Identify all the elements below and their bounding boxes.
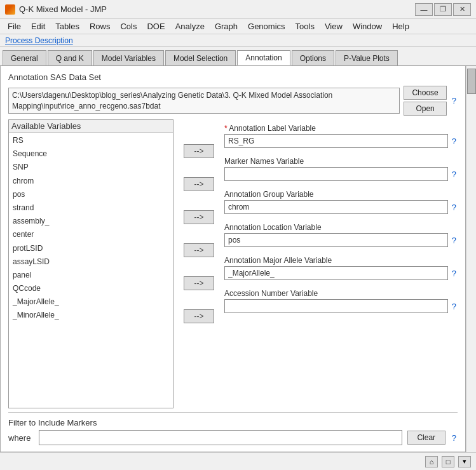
menu-item-file[interactable]: File	[3, 20, 26, 32]
filter-where-label: where	[8, 433, 34, 443]
right-var-input-0[interactable]	[224, 134, 448, 148]
scroll-thumb[interactable]	[467, 69, 476, 94]
file-path-row: C:\Users\dagenu\Desktop\blog_series\Anal…	[8, 86, 458, 116]
right-var-input-3[interactable]	[224, 233, 448, 247]
arrow-row-4: -->	[179, 234, 219, 267]
home-icon[interactable]: ⌂	[425, 456, 438, 467]
right-var-help-0[interactable]: ?	[451, 137, 458, 146]
menu-item-tools[interactable]: Tools	[290, 20, 320, 32]
filter-help[interactable]: ?	[451, 433, 458, 443]
tab-annotation[interactable]: Annotation	[237, 50, 290, 65]
tab-options[interactable]: Options	[292, 50, 334, 65]
right-var-input-5[interactable]	[224, 299, 448, 313]
right-scrollbar[interactable]	[466, 66, 476, 452]
var-item[interactable]: _MajorAllele_	[11, 295, 170, 309]
available-vars-header: Available Variables	[9, 120, 173, 133]
available-vars-list[interactable]: RSSequenceSNPchromposstrandassembly_cent…	[9, 133, 173, 408]
right-var-label-5: Accession Number Variable	[224, 289, 458, 298]
menu-item-doe[interactable]: DOE	[142, 20, 170, 32]
open-button[interactable]: Open	[404, 102, 446, 116]
menu-item-genomics[interactable]: Genomics	[243, 20, 290, 32]
var-item[interactable]: protLSID	[11, 242, 170, 255]
var-item[interactable]: Sequence	[11, 147, 170, 161]
menu-item-graph[interactable]: Graph	[210, 20, 243, 32]
tab-p-value-plots[interactable]: P-Value Plots	[336, 50, 398, 65]
breadcrumb[interactable]: Process Description	[5, 36, 73, 45]
menu-item-cols[interactable]: Cols	[115, 20, 142, 32]
window-icon[interactable]: □	[442, 456, 454, 467]
menu-item-tables[interactable]: Tables	[50, 20, 85, 32]
available-vars: Available Variables RSSequenceSNPchrompo…	[8, 119, 173, 408]
tab-q-and-k[interactable]: Q and K	[48, 50, 92, 65]
filter-section: Filter to Include Markers where Clear ?	[8, 412, 458, 445]
restore-button[interactable]: ❐	[434, 3, 452, 16]
right-var-input-4[interactable]	[224, 266, 448, 280]
arrow-btn-6[interactable]: -->	[184, 309, 214, 323]
menu-item-rows[interactable]: Rows	[85, 20, 116, 32]
app-icon	[5, 4, 15, 15]
var-item[interactable]: assembly_	[11, 215, 170, 228]
right-var-row-2: Annotation Group Variable?	[224, 185, 458, 218]
menu-item-analyze[interactable]: Analyze	[170, 20, 210, 32]
file-path-help[interactable]: ?	[451, 96, 458, 105]
right-var-label-1: Marker Names Variable	[224, 157, 458, 166]
var-item[interactable]: pos	[11, 188, 170, 201]
title-bar: Q-K Mixed Model - JMP — ❐ ✕	[0, 0, 476, 19]
menu-item-window[interactable]: Window	[348, 20, 387, 32]
right-var-input-1[interactable]	[224, 167, 448, 181]
var-item[interactable]: chrom	[11, 175, 170, 188]
right-var-row-4: Annotation Major Allele Variable?	[224, 252, 458, 285]
arrow-row-6: -->	[179, 300, 219, 333]
arrows-col: --> --> --> --> --> -->	[173, 119, 224, 408]
right-var-help-4[interactable]: ?	[451, 269, 458, 278]
var-item[interactable]: RS	[11, 134, 170, 147]
right-var-row-5: Accession Number Variable?	[224, 285, 458, 318]
tab-general[interactable]: General	[3, 50, 46, 65]
right-var-help-5[interactable]: ?	[451, 302, 458, 311]
variables-panel: Available Variables RSSequenceSNPchrompo…	[8, 119, 458, 408]
right-var-help-3[interactable]: ?	[451, 236, 458, 245]
menu-item-edit[interactable]: Edit	[26, 20, 50, 32]
var-item[interactable]: strand	[11, 201, 170, 215]
arrow-btn-3[interactable]: -->	[184, 210, 214, 224]
var-item[interactable]: QCcode	[11, 282, 170, 295]
tab-model-selection[interactable]: Model Selection	[165, 50, 236, 65]
inner-content: Annotation SAS Data Set C:\Users\dagenu\…	[0, 66, 466, 452]
var-item[interactable]: panel	[11, 269, 170, 282]
var-item[interactable]: _MinorAllele_	[11, 309, 170, 322]
main-scroll-area: Annotation SAS Data Set C:\Users\dagenu\…	[0, 66, 466, 452]
right-var-label-2: Annotation Group Variable	[224, 190, 458, 199]
right-var-label-0: * Annotation Label Variable	[224, 124, 458, 133]
file-path-buttons: Choose Open	[404, 86, 446, 116]
var-item[interactable]: center	[11, 228, 170, 241]
arrow-btn-4[interactable]: -->	[184, 243, 214, 257]
right-var-row-0: * Annotation Label Variable?	[224, 119, 458, 152]
clear-button[interactable]: Clear	[407, 431, 445, 445]
tab-model-variables[interactable]: Model Variables	[93, 50, 164, 65]
file-path-box: C:\Users\dagenu\Desktop\blog_series\Anal…	[8, 88, 400, 114]
menu-item-help[interactable]: Help	[387, 20, 414, 32]
minimize-button[interactable]: —	[415, 3, 433, 16]
drop-icon[interactable]: ▾	[458, 456, 471, 467]
right-var-help-1[interactable]: ?	[451, 170, 458, 179]
menu-bar: FileEditTablesRowsColsDOEAnalyzeGraphGen…	[0, 19, 476, 34]
choose-button[interactable]: Choose	[404, 86, 446, 100]
arrow-btn-2[interactable]: -->	[184, 177, 214, 191]
right-var-label-4: Annotation Major Allele Variable	[224, 256, 458, 265]
var-item[interactable]: SNP	[11, 161, 170, 174]
tabs-bar: GeneralQ and KModel VariablesModel Selec…	[0, 47, 476, 66]
menu-item-view[interactable]: View	[320, 20, 348, 32]
filter-row: where Clear ?	[8, 430, 458, 445]
right-vars-col: * Annotation Label Variable?Marker Names…	[224, 119, 458, 408]
right-var-help-2[interactable]: ?	[451, 203, 458, 212]
filter-input[interactable]	[39, 430, 402, 445]
var-item[interactable]: assayLSID	[11, 255, 170, 269]
right-var-row-3: Annotation Location Variable?	[224, 218, 458, 252]
arrow-btn-5[interactable]: -->	[184, 276, 214, 290]
right-var-input-2[interactable]	[224, 200, 448, 214]
title-bar-left: Q-K Mixed Model - JMP	[5, 4, 107, 15]
section-label: Annotation SAS Data Set	[8, 72, 458, 82]
arrow-btn-1[interactable]: -->	[184, 144, 214, 158]
close-button[interactable]: ✕	[453, 3, 471, 16]
content-wrapper: Annotation SAS Data Set C:\Users\dagenu\…	[0, 66, 476, 452]
